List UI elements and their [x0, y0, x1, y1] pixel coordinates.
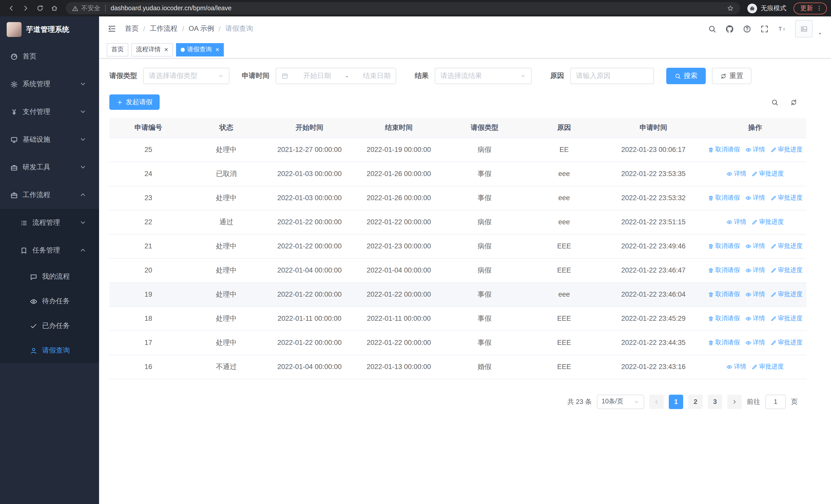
font-size-icon[interactable]: TT [778, 24, 786, 33]
sidebar-item-payment[interactable]: 支付管理 [0, 98, 99, 126]
edit-icon [770, 339, 776, 346]
page-1-button[interactable]: 1 [669, 394, 683, 409]
page-3-button[interactable]: 3 [708, 394, 722, 409]
cancel-action-link[interactable]: 取消请假 [708, 314, 740, 323]
reload-button[interactable] [34, 3, 46, 14]
cell-actions: 取消请假详情审批进度 [704, 330, 806, 355]
progress-action-link[interactable]: 审批进度 [770, 266, 803, 274]
detail-action-link[interactable]: 详情 [745, 145, 765, 154]
goto-page-input[interactable]: 1 [765, 394, 786, 409]
reason-input[interactable]: 请输入原因 [570, 68, 654, 84]
not-secure-icon [72, 5, 79, 11]
sidebar-item-system[interactable]: 系统管理 [0, 70, 99, 98]
detail-action-link[interactable]: 详情 [745, 266, 765, 274]
detail-action-link[interactable]: 详情 [745, 290, 765, 299]
sidebar-item-task-management[interactable]: 任务管理 [0, 237, 99, 264]
detail-action-link[interactable]: 详情 [726, 362, 746, 371]
table-row: 25处理中2021-12-27 00:00:002022-01-19 00:00… [109, 138, 806, 162]
tab-home[interactable]: 首页 [107, 43, 128, 56]
incognito-badge: 无痕模式 [747, 3, 786, 13]
sidebar-item-my-process[interactable]: 我的流程 [0, 264, 99, 289]
update-label: 更新 [800, 4, 813, 12]
cancel-action-link[interactable]: 取消请假 [708, 194, 740, 202]
sidebar-item-infrastructure[interactable]: 基础设施 [0, 126, 99, 153]
sidebar-item-home[interactable]: 首页 [0, 42, 99, 70]
dashboard-icon [10, 53, 18, 60]
prev-page-button[interactable] [649, 394, 664, 409]
cancel-action-link[interactable]: 取消请假 [708, 242, 740, 250]
trash-icon [708, 195, 714, 201]
detail-action-link[interactable]: 详情 [745, 194, 765, 202]
sidebar-item-process-management[interactable]: 流程管理 [0, 209, 99, 237]
leave-type-select[interactable]: 请选择请假类型 [143, 68, 229, 84]
detail-action-link[interactable]: 详情 [745, 314, 765, 323]
breadcrumb-item[interactable]: 工作流程 [150, 24, 178, 33]
cancel-action-link[interactable]: 取消请假 [708, 338, 740, 347]
fullscreen-icon[interactable] [760, 24, 769, 33]
search-button[interactable]: 搜索 [666, 68, 706, 84]
progress-action-link[interactable]: 审批进度 [770, 242, 803, 250]
table-search-icon[interactable] [771, 98, 779, 106]
cancel-action-link[interactable]: 取消请假 [708, 266, 740, 274]
page-size-select[interactable]: 10条/页 [597, 394, 644, 409]
close-icon[interactable]: × [164, 46, 168, 53]
browser-menu-icon[interactable] [815, 5, 823, 12]
update-button[interactable]: 更新 [794, 2, 827, 14]
cancel-action-link[interactable]: 取消请假 [708, 145, 740, 154]
tab-leave-query[interactable]: 请假查询× [176, 43, 224, 56]
progress-action-link[interactable]: 审批进度 [751, 362, 784, 371]
sidebar-item-devtools[interactable]: 研发工具 [0, 153, 99, 181]
cell-end: 2022-01-13 00:00:00 [354, 355, 444, 379]
sidebar-item-label: 基础设施 [23, 135, 50, 144]
breadcrumb: 首页/工作流程/OA 示例/请假查询 [125, 24, 253, 33]
progress-action-link[interactable]: 审批进度 [770, 314, 803, 323]
sidebar-item-leave-query[interactable]: 请假查询 [0, 338, 99, 363]
forward-button[interactable] [20, 3, 31, 14]
menu-fold-icon[interactable] [107, 24, 116, 33]
cell-actions: 取消请假详情审批进度 [704, 306, 806, 330]
back-button[interactable] [6, 3, 17, 14]
reset-button[interactable]: 重置 [712, 68, 751, 84]
home-button[interactable] [49, 3, 60, 14]
infra-icon [10, 136, 18, 144]
page-2-button[interactable]: 2 [688, 394, 703, 409]
progress-action-link[interactable]: 审批进度 [770, 194, 803, 202]
sidebar-item-done-tasks[interactable]: 已办任务 [0, 314, 99, 338]
sidebar-item-workflow[interactable]: 工作流程 [0, 181, 99, 209]
detail-action-link[interactable]: 详情 [726, 169, 746, 178]
edit-icon [770, 243, 776, 249]
column-header: 请假类型 [444, 118, 525, 138]
breadcrumb-item[interactable]: OA 示例 [189, 24, 214, 33]
bookmark-star-icon[interactable] [727, 5, 734, 12]
next-page-button[interactable] [727, 394, 742, 409]
tab-process-detail[interactable]: 流程详情× [132, 43, 173, 56]
close-icon[interactable]: × [215, 46, 219, 53]
avatar[interactable] [795, 20, 812, 37]
cell-apply_time: 2022-01-22 23:51:15 [603, 210, 704, 234]
result-select[interactable]: 请选择流结果 [435, 68, 532, 84]
apply-time-range-picker[interactable]: 开始日期 - 结束日期 [276, 68, 396, 84]
detail-action-link[interactable]: 详情 [745, 242, 765, 250]
github-icon[interactable] [725, 24, 734, 33]
cancel-action-link[interactable]: 取消请假 [708, 290, 740, 299]
detail-action-link[interactable]: 详情 [726, 217, 746, 226]
top-header: 首页/工作流程/OA 示例/请假查询 TT [99, 17, 831, 41]
progress-action-link[interactable]: 审批进度 [770, 338, 803, 347]
eye-icon [745, 291, 751, 297]
table-refresh-icon[interactable] [790, 98, 798, 106]
progress-action-link[interactable]: 审批进度 [751, 169, 784, 178]
sidebar-item-todo-tasks[interactable]: 待办任务 [0, 289, 99, 314]
leave-type-label: 请假类型 [109, 71, 137, 81]
tab-label: 首页 [111, 45, 124, 54]
tab-label: 请假查询 [187, 45, 212, 54]
detail-action-link[interactable]: 详情 [745, 338, 765, 347]
breadcrumb-item[interactable]: 首页 [125, 24, 139, 33]
search-icon[interactable] [708, 24, 717, 33]
progress-action-link[interactable]: 审批进度 [770, 145, 803, 154]
cell-start: 2022-01-04 00:00:00 [265, 258, 354, 282]
create-leave-button[interactable]: 发起请假 [109, 94, 160, 110]
address-bar[interactable]: 不安全 dashboard.yudao.iocoder.cn/bpm/oa/le… [66, 2, 740, 14]
progress-action-link[interactable]: 审批进度 [751, 217, 784, 226]
help-icon[interactable] [743, 24, 751, 33]
progress-action-link[interactable]: 审批进度 [770, 290, 803, 299]
